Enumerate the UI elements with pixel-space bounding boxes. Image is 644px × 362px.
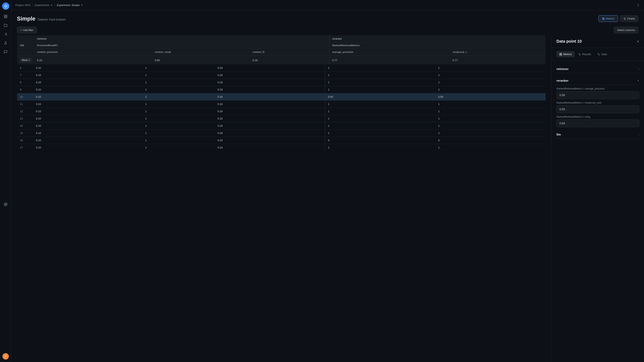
col-header-context-precision: context_precision — [34, 49, 152, 56]
row-context-precision: 0.10 — [33, 108, 142, 115]
theme-toggle-button[interactable]: ☽ — [635, 2, 640, 8]
mean-badge[interactable]: Mean ▾ — [20, 58, 32, 62]
metric-ndcg: RankedRetrievalMetrics > ndcg 0.63 — [556, 115, 639, 127]
row-average-precision: 0 — [325, 137, 435, 144]
plus-icon: + — [20, 28, 22, 31]
row-context-precision: 0.10 — [33, 86, 142, 93]
llm-section-header[interactable]: llm › — [556, 130, 639, 139]
select-columns-button[interactable]: Select columns — [614, 27, 638, 33]
table-row[interactable]: 11 0.10 1 0.18 1 1 — [17, 100, 546, 108]
retriever-section-header[interactable]: retriever › — [556, 65, 639, 73]
sidebar-item-message[interactable] — [2, 48, 9, 55]
sidebar-item-list[interactable] — [2, 30, 9, 38]
chevron-down-icon-mean: ▾ — [28, 59, 30, 61]
add-filter-button[interactable]: + Add filter — [17, 27, 37, 33]
row-context-f1: 0.18 — [215, 137, 325, 144]
row-uid: 15 — [17, 129, 33, 137]
table-row[interactable]: 16 0.10 1 0.18 0 0 — [17, 137, 546, 144]
svg-rect-16 — [560, 53, 560, 54]
row-context-recall: 1 — [142, 93, 215, 100]
row-context-recall: 1 — [142, 72, 215, 79]
tab-results-label: Results — [582, 53, 591, 56]
metric-reciprocal-rank-value: 0.50 — [556, 105, 639, 113]
precision-recall-sub-header: PrecisionRecallF1 — [34, 42, 329, 49]
chevron-right-icon-llm: › — [638, 133, 639, 136]
user-avatar[interactable]: Y — [2, 353, 9, 360]
reranker-section-title: reranker — [556, 79, 568, 82]
row-uid: 7 — [17, 72, 33, 79]
page-header: Simple Dataset: Paul Graham Metrics Char… — [11, 10, 644, 25]
svg-point-11 — [5, 204, 6, 205]
sidebar-item-settings[interactable] — [2, 201, 9, 208]
table-row[interactable]: 13 0.10 1 0.18 1 1 — [17, 115, 546, 122]
row-uid: 17 — [17, 144, 33, 151]
row-uid: 9 — [17, 86, 33, 93]
row-context-recall: 1 — [142, 108, 215, 115]
row-context-precision: 0.10 — [33, 64, 142, 72]
svg-rect-3 — [4, 17, 5, 18]
row-context-precision: 0.10 — [33, 122, 142, 129]
metric-average-precision-value: 0.50 — [556, 91, 639, 99]
svg-rect-2 — [6, 15, 7, 16]
row-uid: 13 — [17, 115, 33, 122]
page-title-area: Simple Dataset: Paul Graham — [17, 15, 66, 22]
col-header-context-recall: context_recall — [152, 49, 250, 56]
table-row[interactable]: 12 0.10 1 0.18 1 1 — [17, 108, 546, 115]
row-average-precision: 1 — [325, 79, 435, 86]
table-row[interactable]: 10 0.10 1 0.18 0.50 0.50 — [17, 93, 546, 100]
table-row[interactable]: 14 0.10 1 0.18 1 1 — [17, 122, 546, 129]
table-row[interactable]: 15 0.10 1 0.18 1 1 — [17, 129, 546, 137]
sidebar: Y — [0, 0, 11, 362]
row-context-recall: 1 — [142, 79, 215, 86]
row-context-recall: 1 — [142, 115, 215, 122]
table-row[interactable]: 9 0.10 1 0.18 1 1 — [17, 86, 546, 93]
tab-metrics[interactable]: Metrics — [556, 51, 574, 57]
svg-point-0 — [5, 5, 6, 7]
reranker-section-header[interactable]: reranker ∧ — [556, 76, 639, 85]
col-header-reciprocal-rank: reciprocal_r... — [450, 49, 546, 56]
row-average-precision: 1 — [325, 115, 435, 122]
header-actions: Metrics Charts — [598, 15, 638, 22]
row-context-f1: 0.18 — [215, 100, 325, 108]
detail-panel: Data point 10 × Metrics Results Data — [552, 35, 644, 362]
row-average-precision: 1 — [325, 64, 435, 72]
row-reciprocal-rank: 1 — [435, 108, 546, 115]
row-reciprocal-rank: 1 — [435, 144, 546, 151]
tab-data[interactable]: Data — [594, 51, 610, 57]
sidebar-item-flask[interactable] — [2, 39, 9, 47]
row-context-f1: 0.18 — [215, 144, 325, 151]
metrics-button[interactable]: Metrics — [598, 15, 618, 22]
row-context-f1: 0.18 — [215, 122, 325, 129]
retriever-group-header: retriever — [34, 35, 329, 42]
tab-results[interactable]: Results — [575, 51, 594, 57]
close-detail-button[interactable]: × — [637, 39, 639, 43]
table-row[interactable]: 8 0.10 1 0.18 1 1 — [17, 79, 546, 86]
svg-rect-14 — [602, 19, 603, 20]
table-row[interactable]: 7 0.10 1 0.18 1 1 — [17, 72, 546, 79]
mean-context-f1: 0.18 — [250, 56, 330, 64]
breadcrumb-experiment[interactable]: Experiment: Simple ▼ — [57, 3, 83, 7]
sidebar-item-folder[interactable] — [2, 22, 9, 29]
row-context-f1: 0.18 — [215, 79, 325, 86]
col-header-uid — [17, 49, 34, 56]
breadcrumb: Project: RAG › Experiments ▼ › Experimen… — [11, 0, 644, 10]
breadcrumb-project[interactable]: Project: RAG — [15, 3, 30, 7]
row-uid: 12 — [17, 108, 33, 115]
row-context-f1: 0.18 — [215, 86, 325, 93]
table-row[interactable]: 6 0.10 1 0.18 1 1 — [17, 64, 546, 72]
charts-button[interactable]: Charts — [620, 15, 638, 22]
metric-reciprocal-rank: RankedRetrievalMetrics > reciprocal_rank… — [556, 101, 639, 113]
metric-average-precision: RankedRetrievalMetrics > average_precisi… — [556, 87, 639, 99]
sidebar-item-home[interactable] — [2, 13, 9, 20]
ranked-retrieval-sub-header: RankedRetrievalMetrics — [329, 42, 546, 49]
row-reciprocal-rank: 0.50 — [435, 93, 546, 100]
app-logo[interactable] — [2, 2, 9, 10]
metric-average-precision-label: RankedRetrievalMetrics > average_precisi… — [556, 87, 639, 90]
mean-row[interactable]: Mean ▾ 0.10 0.85 0.18 0.77 0.77 — [17, 56, 546, 64]
row-context-recall: 1 — [142, 144, 215, 151]
svg-rect-13 — [604, 17, 604, 18]
mean-label: Mean — [22, 59, 28, 61]
breadcrumb-experiments[interactable]: Experiments ▼ — [35, 3, 52, 7]
table-row[interactable]: 17 0.10 1 0.18 1 1 — [17, 144, 546, 151]
tab-data-label: Data — [601, 53, 607, 56]
